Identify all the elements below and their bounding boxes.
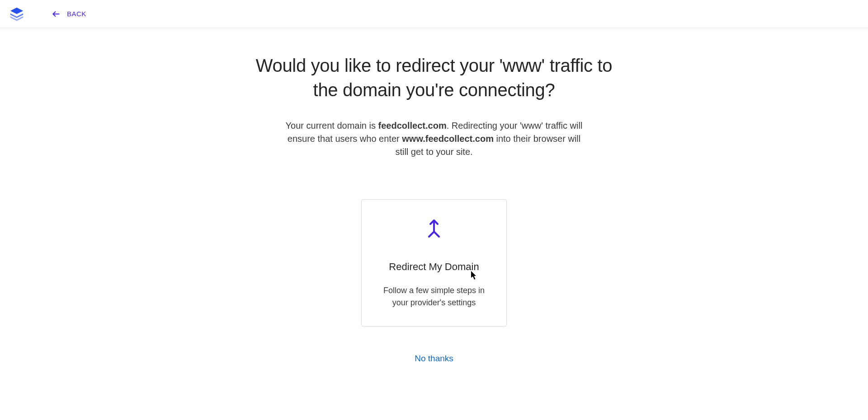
app-logo-icon[interactable] [9, 6, 24, 22]
desc-domain-1: feedcollect.com [378, 121, 447, 131]
no-thanks-button[interactable]: No thanks [415, 354, 453, 364]
page-description: Your current domain is feedcollect.com. … [285, 119, 583, 159]
arrow-left-icon [52, 9, 61, 19]
main-content: Would you like to redirect your 'www' tr… [0, 28, 868, 364]
redirect-domain-card[interactable]: Redirect My Domain Follow a few simple s… [361, 199, 507, 327]
top-header: BACK [0, 0, 868, 28]
page-title: Would you like to redirect your 'www' tr… [249, 53, 619, 102]
back-label: BACK [67, 10, 86, 18]
back-button[interactable]: BACK [52, 9, 86, 19]
card-description: Follow a few simple steps in your provid… [380, 285, 488, 309]
desc-domain-2: www.feedcollect.com [402, 134, 494, 144]
card-title: Redirect My Domain [389, 261, 479, 273]
desc-text-1: Your current domain is [286, 121, 378, 131]
merge-arrow-icon [426, 219, 442, 239]
